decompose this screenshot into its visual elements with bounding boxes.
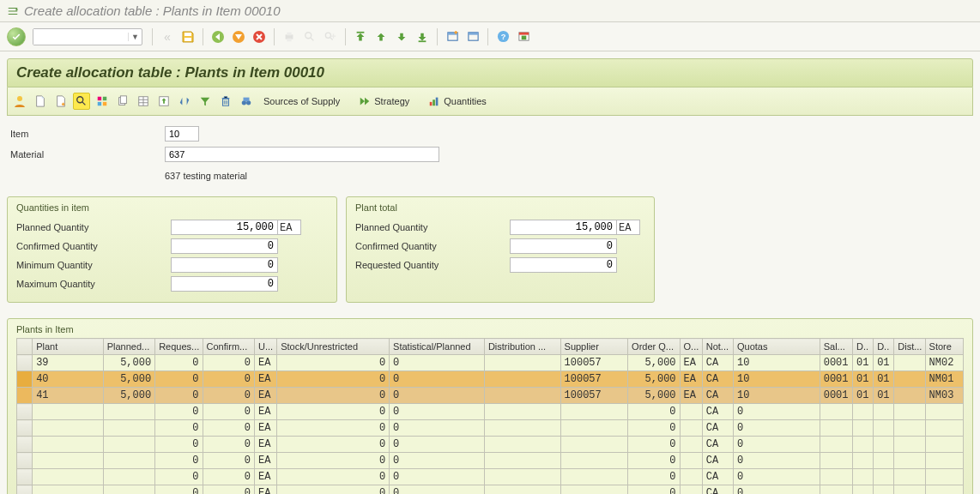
cell[interactable] — [484, 388, 560, 404]
export-icon[interactable] — [155, 93, 172, 110]
cell[interactable] — [874, 453, 894, 469]
cell[interactable]: 0 — [733, 485, 820, 495]
cell[interactable]: 5,000 — [628, 388, 680, 404]
cell[interactable] — [17, 453, 33, 469]
cell[interactable] — [17, 485, 33, 495]
cell[interactable]: 0 — [155, 355, 203, 371]
cell[interactable]: 0 — [733, 404, 820, 420]
cell[interactable]: 0001 — [820, 371, 852, 388]
cell[interactable]: 0 — [203, 404, 254, 420]
col-store[interactable]: Store — [925, 339, 963, 355]
cell[interactable] — [852, 485, 873, 495]
confirmed-qty-input[interactable] — [171, 238, 278, 254]
cell[interactable]: EA — [680, 388, 702, 404]
cell[interactable] — [17, 388, 33, 404]
col-distr[interactable]: Distribution ... — [484, 339, 560, 355]
cell[interactable] — [103, 485, 154, 495]
cell[interactable] — [894, 469, 925, 485]
cell[interactable] — [560, 453, 628, 469]
delete-icon[interactable] — [217, 93, 234, 110]
table-row[interactable]: 00EA000CA0 — [17, 469, 964, 485]
cell[interactable]: CA — [702, 469, 733, 485]
col-dist[interactable]: Dist... — [894, 339, 925, 355]
cell[interactable] — [33, 404, 104, 420]
cell[interactable] — [103, 453, 154, 469]
first-page-icon[interactable] — [352, 28, 369, 45]
cell[interactable]: 0 — [277, 355, 390, 371]
cell[interactable] — [894, 388, 925, 404]
cell[interactable]: 0 — [203, 453, 254, 469]
cell[interactable]: CA — [702, 404, 733, 420]
cell[interactable]: EA — [254, 485, 276, 495]
cell[interactable] — [560, 437, 628, 453]
cell[interactable] — [484, 485, 560, 495]
cell[interactable] — [33, 469, 104, 485]
cell[interactable]: CA — [702, 437, 733, 453]
cell[interactable] — [852, 453, 873, 469]
cell[interactable]: 01 — [874, 388, 894, 404]
cell[interactable] — [680, 485, 702, 495]
cell[interactable] — [894, 355, 925, 371]
quantities-button[interactable]: Quantities — [428, 95, 487, 107]
cell[interactable] — [894, 437, 925, 453]
cell[interactable]: 0 — [277, 404, 390, 420]
cell[interactable]: 0 — [628, 453, 680, 469]
cell[interactable] — [103, 437, 154, 453]
cell[interactable] — [103, 469, 154, 485]
cell[interactable]: 0 — [733, 469, 820, 485]
menu-icon[interactable] — [7, 5, 19, 17]
table-row[interactable]: 415,00000EA001000575,000EACA1000010101NM… — [17, 388, 964, 404]
cell[interactable]: CA — [702, 371, 733, 388]
cell[interactable] — [17, 355, 33, 371]
table-row[interactable]: 395,00000EA001000575,000EACA1000010101NM… — [17, 355, 964, 371]
cell[interactable]: 5,000 — [103, 355, 154, 371]
cell[interactable] — [925, 485, 963, 495]
cell[interactable]: 41 — [33, 388, 104, 404]
cell[interactable]: 0 — [733, 420, 820, 437]
cell[interactable] — [680, 404, 702, 420]
col-stat[interactable]: Statistical/Planned — [390, 339, 485, 355]
col-planned[interactable]: Planned... — [103, 339, 154, 355]
table-icon[interactable] — [135, 93, 152, 110]
cell[interactable]: 10 — [733, 388, 820, 404]
cell[interactable]: 0 — [277, 371, 390, 388]
cell[interactable]: EA — [254, 453, 276, 469]
exit-icon[interactable] — [230, 28, 247, 45]
cell[interactable]: 100057 — [560, 355, 628, 371]
page-up-icon[interactable] — [372, 28, 390, 45]
cell[interactable]: EA — [254, 437, 276, 453]
cell[interactable] — [103, 404, 154, 420]
copy-icon[interactable] — [114, 93, 131, 110]
max-qty-input[interactable] — [171, 276, 278, 292]
cell[interactable] — [852, 404, 873, 420]
cell[interactable]: 0 — [390, 437, 485, 453]
cell[interactable]: 10 — [733, 371, 820, 388]
cell[interactable]: NM03 — [925, 388, 963, 404]
cell[interactable] — [484, 404, 560, 420]
cell[interactable]: 40 — [33, 371, 104, 388]
cell[interactable] — [484, 469, 560, 485]
col-d1[interactable]: D.. — [852, 339, 873, 355]
cell[interactable] — [680, 437, 702, 453]
cell[interactable] — [820, 485, 852, 495]
command-field[interactable]: ▼ — [33, 28, 142, 45]
col-o[interactable]: O... — [680, 339, 702, 355]
item-input[interactable] — [165, 126, 199, 142]
cell[interactable]: 100057 — [560, 371, 628, 388]
new-document-icon[interactable] — [52, 93, 70, 110]
col-supplier[interactable]: Supplier — [560, 339, 628, 355]
cell[interactable] — [33, 437, 104, 453]
col-d2[interactable]: D.. — [874, 339, 894, 355]
cell[interactable] — [925, 469, 963, 485]
document-icon[interactable] — [32, 93, 49, 110]
cell[interactable]: 100057 — [560, 388, 628, 404]
cell[interactable]: 01 — [852, 355, 873, 371]
cell[interactable]: 0 — [277, 453, 390, 469]
cell[interactable] — [680, 453, 702, 469]
cell[interactable] — [33, 453, 104, 469]
table-row[interactable]: 00EA000CA0 — [17, 453, 964, 469]
sort-icon[interactable] — [176, 93, 193, 110]
cell[interactable]: 0 — [628, 469, 680, 485]
cell[interactable] — [17, 469, 33, 485]
cell[interactable]: 01 — [852, 388, 873, 404]
